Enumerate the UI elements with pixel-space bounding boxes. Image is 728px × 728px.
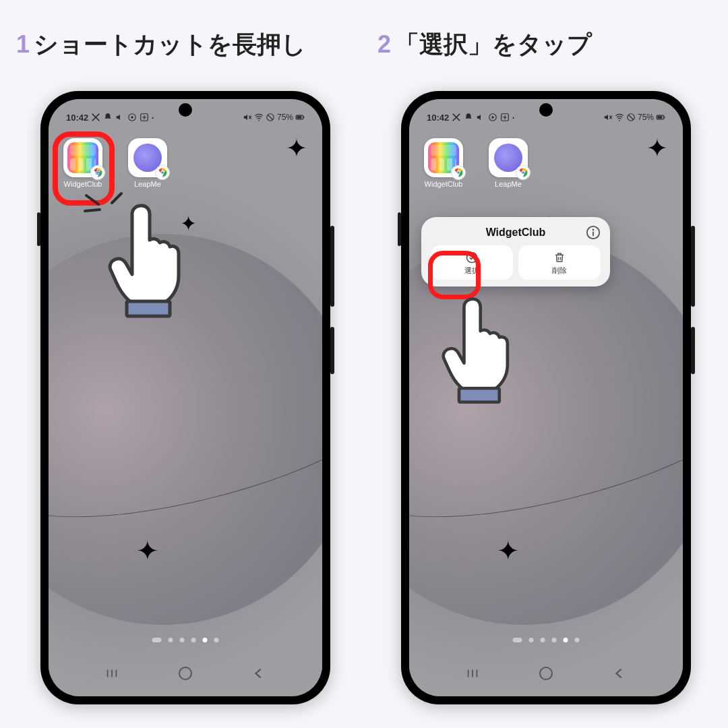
bell-icon [464, 113, 473, 122]
page-dot[interactable] [214, 638, 219, 642]
front-camera [179, 103, 192, 117]
page-dot[interactable] [169, 638, 173, 642]
status-right: 75% [243, 113, 305, 122]
leapme-icon[interactable] [128, 138, 167, 177]
svg-point-31 [522, 171, 524, 174]
sparkle-icon: ✦ [646, 135, 668, 161]
x-icon [91, 113, 100, 122]
sparkle-icon: ✦ [497, 537, 520, 564]
leapme-label: LeapMe [495, 180, 522, 188]
page-indicator[interactable] [513, 638, 580, 642]
step-2-heading: 2「選択」をタップ [377, 28, 592, 61]
x-icon [452, 113, 461, 122]
home-button[interactable] [177, 665, 193, 684]
status-dot: • [152, 115, 154, 121]
plus-box-icon [140, 113, 149, 122]
phone-mockup-2: ✦ ✦ ✦ 10:42 • 75% [401, 91, 691, 704]
wifi-icon [615, 113, 624, 122]
chrome-badge-icon [516, 165, 530, 180]
widgetclub-icon[interactable] [424, 138, 463, 177]
bell-icon [103, 113, 113, 122]
power-button [691, 327, 695, 374]
svg-point-36 [540, 667, 552, 679]
speaker-icon [115, 113, 125, 122]
delete-action[interactable]: 削除 [518, 245, 601, 280]
svg-point-1 [131, 116, 134, 119]
step-1-text: ショートカットを長押し [34, 30, 306, 58]
pointing-hand-icon [107, 200, 208, 322]
highlight-select [428, 251, 481, 299]
trash-icon [553, 251, 566, 264]
phone-mockup-1: ✦ ✦ ✦ 10:42 • 75% [40, 91, 330, 704]
leapme-label: LeapMe [134, 180, 161, 188]
chrome-badge-icon [451, 165, 466, 180]
status-left: 10:42 • [427, 113, 514, 123]
step-2-text: 「選択」をタップ [395, 30, 592, 58]
home-button[interactable] [538, 665, 554, 684]
battery-icon [656, 113, 665, 122]
page-dot[interactable] [513, 638, 522, 642]
no-signal-icon [266, 113, 275, 122]
svg-rect-25 [664, 117, 665, 118]
context-menu-title: WidgetClub [431, 226, 601, 239]
status-time: 10:42 [66, 113, 88, 123]
page-dot[interactable] [575, 638, 580, 642]
plus-box-icon [500, 113, 510, 122]
chrome-badge-icon [155, 165, 170, 180]
info-button[interactable] [586, 225, 601, 240]
sparkle-icon: ✦ [286, 135, 307, 161]
step-2-number: 2 [377, 30, 391, 58]
svg-point-15 [161, 171, 164, 174]
svg-point-28 [457, 171, 460, 174]
navigation-bar [409, 665, 683, 684]
volume-button [691, 226, 695, 307]
page-dot[interactable] [191, 638, 196, 642]
page-dot[interactable] [564, 638, 568, 642]
page-dot[interactable] [541, 638, 545, 642]
app-leapme[interactable]: LeapMe [482, 138, 535, 188]
svg-rect-17 [127, 301, 170, 316]
back-button[interactable] [612, 666, 627, 684]
navigation-bar [49, 665, 322, 684]
step-1-number: 1 [16, 30, 30, 58]
svg-rect-24 [657, 116, 662, 119]
page-dot[interactable] [203, 638, 208, 642]
step-1-heading: 1ショートカットを長押し [16, 28, 306, 61]
page-indicator[interactable] [152, 638, 219, 642]
battery-percent: 75% [638, 113, 654, 122]
mute-icon [603, 113, 613, 122]
battery-percent: 75% [277, 113, 293, 122]
front-camera [539, 103, 553, 117]
no-signal-icon [626, 113, 636, 122]
page-dot[interactable] [152, 638, 162, 642]
svg-rect-37 [459, 388, 499, 402]
svg-point-16 [179, 667, 191, 679]
status-right: 75% [603, 113, 665, 122]
leapme-icon[interactable] [489, 138, 528, 177]
svg-rect-6 [297, 116, 301, 119]
recents-button[interactable] [465, 666, 480, 684]
side-button [37, 212, 40, 246]
back-button[interactable] [251, 666, 266, 684]
status-left: 10:42 • [66, 113, 154, 123]
target-icon [127, 113, 137, 122]
app-row: WidgetClub LeapMe [417, 138, 535, 188]
recents-button[interactable] [104, 666, 119, 684]
volume-button [330, 226, 334, 307]
svg-point-19 [492, 116, 495, 119]
target-icon [488, 113, 497, 122]
page-dot[interactable] [180, 638, 185, 642]
power-button [330, 327, 334, 374]
mute-icon [243, 113, 252, 122]
app-leapme[interactable]: LeapMe [121, 138, 174, 188]
app-widgetclub[interactable]: WidgetClub [417, 138, 470, 188]
widgetclub-label: WidgetClub [425, 180, 463, 188]
side-button [398, 212, 401, 246]
battery-icon [295, 113, 305, 122]
svg-rect-34 [593, 232, 594, 236]
page-dot[interactable] [552, 638, 557, 642]
page-dot[interactable] [529, 638, 534, 642]
sparkle-icon: ✦ [136, 537, 159, 564]
svg-point-21 [619, 120, 620, 121]
svg-point-33 [593, 229, 595, 231]
